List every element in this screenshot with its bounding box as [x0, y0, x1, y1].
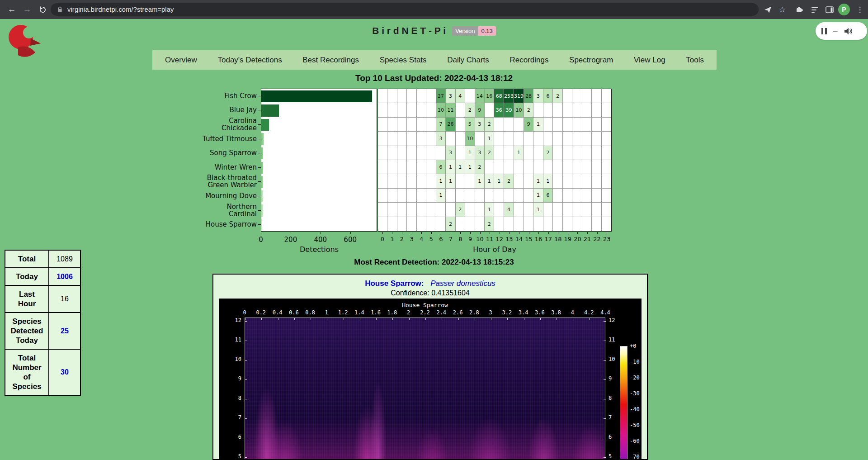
heatmap-cell: 9	[524, 118, 533, 132]
spectrogram-y-tick-mark	[245, 399, 247, 399]
heatmap-cell: 1	[494, 174, 504, 188]
detection-bar	[261, 119, 269, 131]
heatmap-cell	[417, 103, 426, 117]
detection-scientific[interactable]: Passer domesticus	[430, 279, 495, 288]
nav-item-recordings[interactable]: Recordings	[509, 56, 548, 65]
stats-value-link[interactable]: 25	[61, 327, 69, 335]
heatmap-cell	[514, 174, 524, 188]
extensions-icon[interactable]	[794, 4, 805, 15]
hour-tick-label: 20	[572, 236, 583, 242]
bar-x-tick-label: 0	[250, 236, 271, 244]
heatmap-cell	[426, 160, 436, 174]
spectrogram-y-tick: 9	[609, 375, 627, 382]
stats-label: Total Number of Species	[5, 349, 49, 395]
heatmap-cell	[524, 174, 533, 188]
stats-value-link[interactable]: 1006	[57, 273, 73, 280]
heatmap-cell	[378, 189, 387, 203]
stats-value: 1006	[49, 268, 80, 285]
audio-player[interactable]	[816, 22, 867, 40]
heatmap-cell	[533, 146, 543, 160]
recent-detection: Most Recent Detection: 2022-04-13 18:15:…	[0, 258, 868, 267]
bar-x-tick-label: 600	[340, 236, 361, 244]
heatmap-cell: 6	[436, 160, 446, 174]
version-badge: Version 0.13	[452, 26, 496, 36]
spectrogram-x-tick: 0.8	[302, 309, 318, 316]
heatmap-cell	[592, 189, 601, 203]
heatmap-cell	[524, 132, 533, 146]
heatmap-cell	[553, 118, 562, 132]
heatmap-cell	[446, 203, 455, 217]
nav-item-overview[interactable]: Overview	[165, 56, 197, 65]
volume-icon[interactable]	[844, 27, 853, 35]
spectrogram-x-tick-mark	[442, 318, 442, 320]
heatmap-cell: 4	[504, 203, 514, 217]
heatmap-axis-title: Hour of Day	[445, 245, 544, 254]
heatmap-cell	[504, 118, 514, 132]
pause-button[interactable]	[821, 28, 827, 34]
spectrogram-y-tick-mark	[245, 457, 247, 458]
heatmap-cell: 3	[475, 146, 485, 160]
nav-item-view-log[interactable]: View Log	[634, 56, 665, 65]
heatmap-cell: 1	[436, 189, 446, 203]
heatmap-cell	[602, 189, 611, 203]
spectrogram-y-tick: 5	[222, 453, 241, 460]
heatmap-cell	[514, 160, 524, 174]
page-title: B i r d N E T - P i	[372, 25, 446, 36]
spectrogram-y-tick: 11	[609, 337, 627, 343]
nav-item-tools[interactable]: Tools	[686, 56, 704, 65]
reload-button[interactable]	[35, 2, 50, 17]
heatmap-cell	[582, 203, 592, 217]
forward-button[interactable]: →	[20, 2, 34, 17]
hour-tick-mark	[587, 232, 588, 234]
spectrogram-x-tick: 2.2	[417, 309, 433, 316]
heatmap-cell: 2	[456, 203, 465, 217]
nav-item-species-stats[interactable]: Species Stats	[380, 56, 427, 65]
hour-tick-mark	[607, 232, 607, 234]
back-button[interactable]: ←	[5, 2, 19, 17]
heatmap-cell: 10	[514, 103, 524, 117]
spectrogram-x-tick-mark	[392, 318, 393, 320]
heatmap-cell	[485, 103, 494, 117]
stats-value: 16	[49, 285, 80, 313]
heatmap-cell: 2	[485, 118, 494, 132]
heatmap-cell	[397, 217, 407, 231]
bookmark-star-icon[interactable]: ☆	[777, 4, 788, 15]
spectrogram-y-tick-mark	[604, 341, 606, 341]
nav-item-best-recordings[interactable]: Best Recordings	[302, 56, 359, 65]
heatmap-cell	[397, 160, 407, 174]
address-bar[interactable]: virginia.birdnetpi.com/?stream=play	[51, 3, 759, 16]
heatmap-cell	[475, 189, 485, 203]
heatmap-cell	[378, 174, 387, 188]
nav-item-today-s-detections[interactable]: Today's Detections	[217, 56, 282, 65]
profile-avatar[interactable]: P	[838, 4, 850, 15]
hour-tick-mark	[460, 232, 461, 234]
heatmap-cell	[572, 132, 582, 146]
side-panel-icon[interactable]	[824, 4, 835, 15]
heatmap-cell: 1	[533, 203, 543, 217]
bar-x-tick-label: 200	[280, 236, 301, 244]
spectrogram-y-tick-mark	[245, 379, 247, 380]
spectrogram-y-tick-mark	[245, 438, 247, 438]
heatmap-cell: 2	[485, 217, 494, 231]
colorbar-tick: -60	[630, 438, 643, 444]
heatmap-cell	[582, 89, 592, 103]
reading-list-icon[interactable]	[809, 4, 820, 15]
heatmap-cell	[494, 217, 504, 231]
menu-kebab-icon[interactable]: ⋮	[854, 4, 865, 15]
detection-species[interactable]: House Sparrow:	[365, 279, 424, 288]
nav-item-spectrogram[interactable]: Spectrogram	[569, 56, 613, 65]
stats-value: 25	[49, 313, 80, 349]
heatmap-cell	[582, 174, 592, 188]
spectrogram-x-tick: 2.4	[434, 309, 449, 316]
seek-dash[interactable]	[833, 31, 838, 32]
spectrogram-y-tick: 8	[609, 395, 627, 401]
hour-tick-label: 1	[387, 236, 397, 242]
stats-value-link[interactable]: 30	[61, 368, 69, 376]
heatmap-cell: 1	[446, 160, 455, 174]
heatmap-cell	[446, 132, 455, 146]
send-icon[interactable]	[762, 4, 773, 15]
heatmap-cell	[426, 103, 436, 117]
browser-toolbar: ← → virginia.birdnetpi.com/?stream=play …	[0, 0, 868, 19]
heatmap-cell: 14	[475, 89, 485, 103]
nav-item-daily-charts[interactable]: Daily Charts	[447, 56, 489, 65]
